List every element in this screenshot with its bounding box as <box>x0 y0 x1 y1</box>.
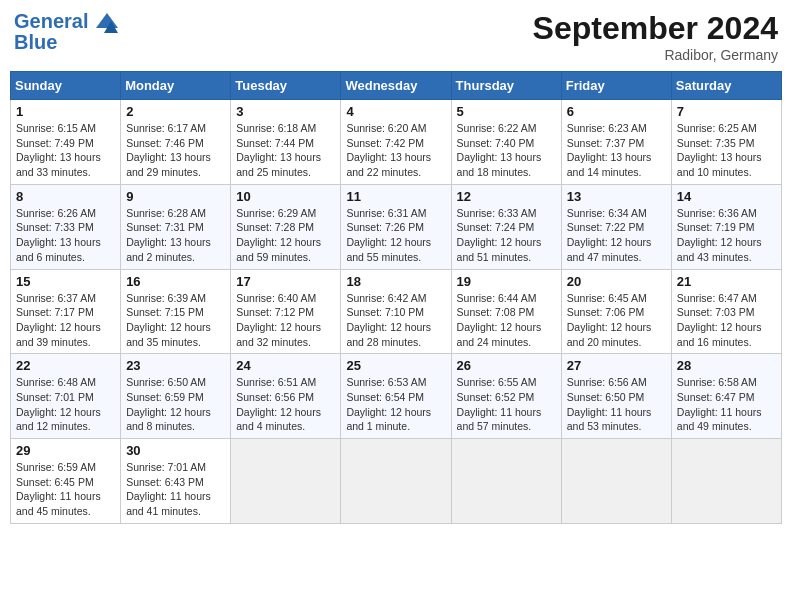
table-row: 4 Sunrise: 6:20 AM Sunset: 7:42 PM Dayli… <box>341 100 451 185</box>
cell-content: Sunrise: 6:59 AM Sunset: 6:45 PM Dayligh… <box>16 460 115 519</box>
day-number: 7 <box>677 104 776 119</box>
col-saturday: Saturday <box>671 72 781 100</box>
table-row: 28 Sunrise: 6:58 AM Sunset: 6:47 PM Dayl… <box>671 354 781 439</box>
calendar-week-row: 22 Sunrise: 6:48 AM Sunset: 7:01 PM Dayl… <box>11 354 782 439</box>
table-row: 15 Sunrise: 6:37 AM Sunset: 7:17 PM Dayl… <box>11 269 121 354</box>
calendar-week-row: 8 Sunrise: 6:26 AM Sunset: 7:33 PM Dayli… <box>11 184 782 269</box>
col-sunday: Sunday <box>11 72 121 100</box>
cell-content: Sunrise: 6:42 AM Sunset: 7:10 PM Dayligh… <box>346 291 445 350</box>
day-number: 16 <box>126 274 225 289</box>
day-number: 12 <box>457 189 556 204</box>
day-number: 29 <box>16 443 115 458</box>
cell-content: Sunrise: 6:18 AM Sunset: 7:44 PM Dayligh… <box>236 121 335 180</box>
day-number: 19 <box>457 274 556 289</box>
day-number: 27 <box>567 358 666 373</box>
table-row: 1 Sunrise: 6:15 AM Sunset: 7:49 PM Dayli… <box>11 100 121 185</box>
table-row: 14 Sunrise: 6:36 AM Sunset: 7:19 PM Dayl… <box>671 184 781 269</box>
cell-content: Sunrise: 6:51 AM Sunset: 6:56 PM Dayligh… <box>236 375 335 434</box>
day-number: 10 <box>236 189 335 204</box>
cell-content: Sunrise: 6:55 AM Sunset: 6:52 PM Dayligh… <box>457 375 556 434</box>
table-row: 27 Sunrise: 6:56 AM Sunset: 6:50 PM Dayl… <box>561 354 671 439</box>
logo-icon <box>96 13 118 33</box>
title-area: September 2024 Radibor, Germany <box>533 10 778 63</box>
day-number: 2 <box>126 104 225 119</box>
calendar-table: Sunday Monday Tuesday Wednesday Thursday… <box>10 71 782 524</box>
cell-content: Sunrise: 6:26 AM Sunset: 7:33 PM Dayligh… <box>16 206 115 265</box>
day-number: 18 <box>346 274 445 289</box>
day-number: 15 <box>16 274 115 289</box>
day-number: 20 <box>567 274 666 289</box>
day-number: 4 <box>346 104 445 119</box>
table-row: 18 Sunrise: 6:42 AM Sunset: 7:10 PM Dayl… <box>341 269 451 354</box>
table-row <box>561 439 671 524</box>
table-row: 10 Sunrise: 6:29 AM Sunset: 7:28 PM Dayl… <box>231 184 341 269</box>
cell-content: Sunrise: 6:22 AM Sunset: 7:40 PM Dayligh… <box>457 121 556 180</box>
table-row: 30 Sunrise: 7:01 AM Sunset: 6:43 PM Dayl… <box>121 439 231 524</box>
table-row: 19 Sunrise: 6:44 AM Sunset: 7:08 PM Dayl… <box>451 269 561 354</box>
cell-content: Sunrise: 6:56 AM Sunset: 6:50 PM Dayligh… <box>567 375 666 434</box>
day-number: 9 <box>126 189 225 204</box>
table-row: 5 Sunrise: 6:22 AM Sunset: 7:40 PM Dayli… <box>451 100 561 185</box>
table-row: 12 Sunrise: 6:33 AM Sunset: 7:24 PM Dayl… <box>451 184 561 269</box>
cell-content: Sunrise: 6:31 AM Sunset: 7:26 PM Dayligh… <box>346 206 445 265</box>
calendar-week-row: 15 Sunrise: 6:37 AM Sunset: 7:17 PM Dayl… <box>11 269 782 354</box>
logo-blue: Blue <box>14 31 118 53</box>
table-row: 24 Sunrise: 6:51 AM Sunset: 6:56 PM Dayl… <box>231 354 341 439</box>
table-row: 21 Sunrise: 6:47 AM Sunset: 7:03 PM Dayl… <box>671 269 781 354</box>
table-row: 25 Sunrise: 6:53 AM Sunset: 6:54 PM Dayl… <box>341 354 451 439</box>
cell-content: Sunrise: 6:28 AM Sunset: 7:31 PM Dayligh… <box>126 206 225 265</box>
location: Radibor, Germany <box>533 47 778 63</box>
month-title: September 2024 <box>533 10 778 47</box>
cell-content: Sunrise: 6:15 AM Sunset: 7:49 PM Dayligh… <box>16 121 115 180</box>
table-row: 29 Sunrise: 6:59 AM Sunset: 6:45 PM Dayl… <box>11 439 121 524</box>
day-number: 3 <box>236 104 335 119</box>
table-row <box>451 439 561 524</box>
table-row: 13 Sunrise: 6:34 AM Sunset: 7:22 PM Dayl… <box>561 184 671 269</box>
logo-text: General <box>14 10 118 33</box>
logo: General Blue <box>14 10 118 53</box>
day-number: 5 <box>457 104 556 119</box>
day-number: 13 <box>567 189 666 204</box>
table-row <box>671 439 781 524</box>
cell-content: Sunrise: 6:58 AM Sunset: 6:47 PM Dayligh… <box>677 375 776 434</box>
col-wednesday: Wednesday <box>341 72 451 100</box>
cell-content: Sunrise: 6:45 AM Sunset: 7:06 PM Dayligh… <box>567 291 666 350</box>
cell-content: Sunrise: 6:37 AM Sunset: 7:17 PM Dayligh… <box>16 291 115 350</box>
col-friday: Friday <box>561 72 671 100</box>
cell-content: Sunrise: 6:44 AM Sunset: 7:08 PM Dayligh… <box>457 291 556 350</box>
cell-content: Sunrise: 6:33 AM Sunset: 7:24 PM Dayligh… <box>457 206 556 265</box>
day-number: 14 <box>677 189 776 204</box>
day-number: 24 <box>236 358 335 373</box>
day-number: 17 <box>236 274 335 289</box>
table-row: 26 Sunrise: 6:55 AM Sunset: 6:52 PM Dayl… <box>451 354 561 439</box>
cell-content: Sunrise: 6:48 AM Sunset: 7:01 PM Dayligh… <box>16 375 115 434</box>
table-row: 7 Sunrise: 6:25 AM Sunset: 7:35 PM Dayli… <box>671 100 781 185</box>
cell-content: Sunrise: 6:47 AM Sunset: 7:03 PM Dayligh… <box>677 291 776 350</box>
table-row: 20 Sunrise: 6:45 AM Sunset: 7:06 PM Dayl… <box>561 269 671 354</box>
svg-marker-0 <box>96 13 118 28</box>
day-number: 1 <box>16 104 115 119</box>
day-number: 26 <box>457 358 556 373</box>
cell-content: Sunrise: 6:17 AM Sunset: 7:46 PM Dayligh… <box>126 121 225 180</box>
cell-content: Sunrise: 6:34 AM Sunset: 7:22 PM Dayligh… <box>567 206 666 265</box>
cell-content: Sunrise: 6:20 AM Sunset: 7:42 PM Dayligh… <box>346 121 445 180</box>
day-number: 22 <box>16 358 115 373</box>
table-row: 2 Sunrise: 6:17 AM Sunset: 7:46 PM Dayli… <box>121 100 231 185</box>
table-row: 22 Sunrise: 6:48 AM Sunset: 7:01 PM Dayl… <box>11 354 121 439</box>
table-row: 11 Sunrise: 6:31 AM Sunset: 7:26 PM Dayl… <box>341 184 451 269</box>
table-row: 3 Sunrise: 6:18 AM Sunset: 7:44 PM Dayli… <box>231 100 341 185</box>
day-number: 23 <box>126 358 225 373</box>
table-row <box>341 439 451 524</box>
page-header: General Blue September 2024 Radibor, Ger… <box>10 10 782 63</box>
table-row: 9 Sunrise: 6:28 AM Sunset: 7:31 PM Dayli… <box>121 184 231 269</box>
day-number: 21 <box>677 274 776 289</box>
day-number: 8 <box>16 189 115 204</box>
cell-content: Sunrise: 6:29 AM Sunset: 7:28 PM Dayligh… <box>236 206 335 265</box>
table-row: 6 Sunrise: 6:23 AM Sunset: 7:37 PM Dayli… <box>561 100 671 185</box>
day-number: 30 <box>126 443 225 458</box>
table-row <box>231 439 341 524</box>
day-number: 11 <box>346 189 445 204</box>
calendar-week-row: 29 Sunrise: 6:59 AM Sunset: 6:45 PM Dayl… <box>11 439 782 524</box>
cell-content: Sunrise: 6:50 AM Sunset: 6:59 PM Dayligh… <box>126 375 225 434</box>
col-tuesday: Tuesday <box>231 72 341 100</box>
